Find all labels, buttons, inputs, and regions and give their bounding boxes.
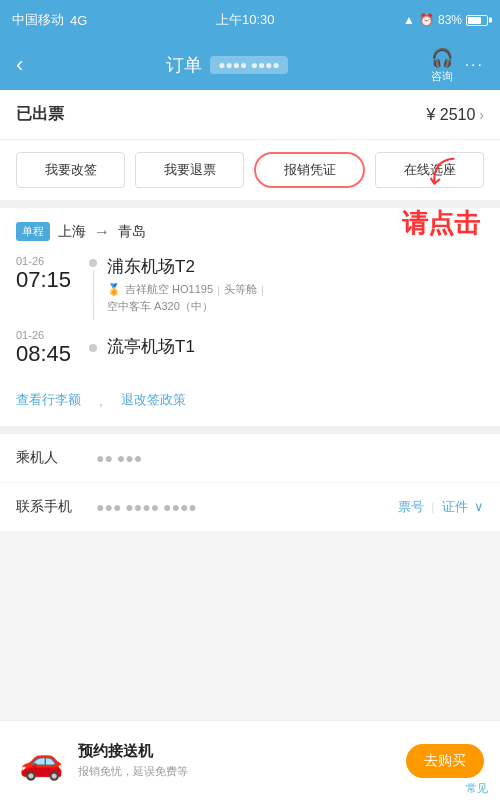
airline-logo-icon: 🏅 <box>107 283 121 296</box>
header-center: 订单 ●●●● ●●●● <box>166 53 287 77</box>
change-ticket-button[interactable]: 我要改签 <box>16 152 125 188</box>
links-row: 查看行李额 ， 退改签政策 <box>0 381 500 434</box>
header-order-id: ●●●● ●●●● <box>210 56 287 74</box>
arrival-date: 01-26 <box>16 329 81 341</box>
ticket-cert-link[interactable]: 票号 | 证件 ∨ <box>398 498 484 516</box>
passenger-label: 乘机人 <box>16 449 96 467</box>
bottom-banner: 🚗 预约接送机 报销免忧，延误免费等 去购买 常见 <box>0 720 500 800</box>
price-chevron-icon: › <box>479 107 484 123</box>
buy-button[interactable]: 去购买 <box>406 744 484 778</box>
car-icon: 🚗 <box>19 740 64 782</box>
trip-arrow-icon: → <box>94 223 110 241</box>
arrival-time: 08:45 <box>16 341 81 367</box>
refund-policy-link[interactable]: 退改签政策 <box>121 391 186 412</box>
tab-hint: 常见 <box>466 781 488 796</box>
flight-section: 单程 上海 → 青岛 01-26 07:15 浦东机场T2 🏅 吉祥航空 HO1… <box>0 208 500 381</box>
refund-ticket-button[interactable]: 我要退票 <box>135 152 244 188</box>
status-carrier: 中国移动 4G <box>12 11 87 29</box>
airline-name: 吉祥航空 HO1195 <box>125 282 213 297</box>
invoice-button[interactable]: 报销凭证 <box>254 152 365 188</box>
contact-label: 联系手机 <box>16 498 96 516</box>
more-button[interactable]: ··· <box>465 56 484 74</box>
alarm-icon: ⏰ <box>419 13 434 27</box>
select-seat-button[interactable]: 在线选座 <box>375 152 484 188</box>
headphone-icon: 🎧 <box>431 47 453 69</box>
battery-icon <box>466 15 488 26</box>
ticket-price-area[interactable]: ¥ 2510 › <box>426 106 484 124</box>
header: ‹ 订单 ●●●● ●●●● 🎧 咨询 ··· <box>0 40 500 90</box>
depart-time: 07:15 <box>16 267 81 293</box>
depart-airport: 浦东机场T2 <box>107 255 484 278</box>
header-title: 订单 <box>166 53 202 77</box>
banner-subtitle: 报销免忧，延误免费等 <box>78 764 394 779</box>
status-time: 上午10:30 <box>216 11 275 29</box>
action-buttons-row: 我要改签 我要退票 报销凭证 在线选座 <box>0 140 500 208</box>
trip-origin: 上海 <box>58 223 86 241</box>
baggage-allowance-link[interactable]: 查看行李额 <box>16 391 81 412</box>
ticket-price: ¥ 2510 <box>426 106 475 124</box>
flight-info-tags: 🏅 吉祥航空 HO1195 | 头等舱 | <box>107 282 484 297</box>
trip-header: 单程 上海 → 青岛 <box>16 222 484 241</box>
trip-type-badge: 单程 <box>16 222 50 241</box>
contact-row: 联系手机 ●●● ●●●● ●●●● 票号 | 证件 ∨ <box>0 483 500 532</box>
status-bar: 中国移动 4G 上午10:30 ▲ ⏰ 83% <box>0 0 500 40</box>
ticket-status-bar: 已出票 ¥ 2510 › <box>0 90 500 140</box>
arrival-airport: 流亭机场T1 <box>107 335 484 358</box>
cabin-class: 头等舱 <box>224 282 257 297</box>
depart-date: 01-26 <box>16 255 81 267</box>
banner-text-area: 预约接送机 报销免忧，延误免费等 <box>78 742 394 779</box>
customer-service-button[interactable]: 🎧 咨询 <box>431 47 453 84</box>
header-right: 🎧 咨询 ··· <box>431 47 484 84</box>
contact-value: ●●● ●●●● ●●●● <box>96 499 398 515</box>
back-button[interactable]: ‹ <box>16 52 23 78</box>
trip-destination: 青岛 <box>118 223 146 241</box>
passenger-row: 乘机人 ●● ●●● <box>0 434 500 483</box>
passenger-section: 乘机人 ●● ●●● 联系手机 ●●● ●●●● ●●●● 票号 | 证件 ∨ <box>0 434 500 533</box>
car-icon-area: 🚗 <box>16 736 66 786</box>
signal-icon: ▲ <box>403 13 415 27</box>
aircraft-type: 空中客车 A320（中） <box>107 299 484 314</box>
status-right: ▲ ⏰ 83% <box>403 13 488 27</box>
ticket-status-label: 已出票 <box>16 104 64 125</box>
passenger-value: ●● ●●● <box>96 450 484 466</box>
banner-title: 预约接送机 <box>78 742 394 761</box>
